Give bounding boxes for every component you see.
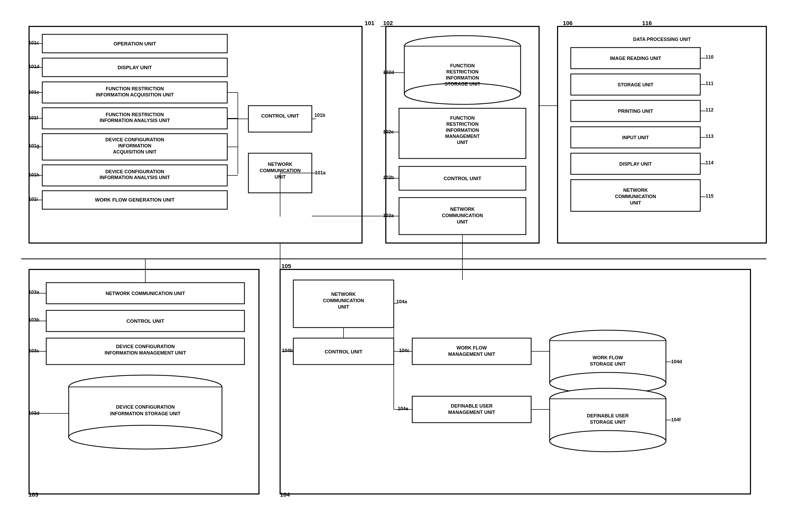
device-config-mgmt-line1: DEVICE CONFIGURATION xyxy=(116,344,175,349)
label-111: 111 xyxy=(706,81,713,86)
label-104e: 104e xyxy=(398,406,408,411)
label-110: 110 xyxy=(706,55,713,60)
network-comm-115-line3: UNIT xyxy=(630,200,641,205)
network-comm-102a-line2: COMMUNICATION xyxy=(442,213,483,218)
label-103b: 103b xyxy=(28,317,39,323)
work-flow-mgmt-line2: MANAGEMENT UNIT xyxy=(448,352,495,357)
network-comm-102a-line3: UNIT xyxy=(457,219,468,225)
label-101d: 101d xyxy=(28,64,39,69)
work-flow-storage-line1: WORK FLOW xyxy=(593,355,623,360)
func-restrict-mgmt-line4: MANAGEMENT xyxy=(445,134,480,139)
func-restrict-acq-text: FUNCTION RESTRICTION xyxy=(106,86,164,91)
network-comm-115-line2: COMMUNICATION xyxy=(615,194,656,199)
storage-unit-111-text: STORAGE UNIT xyxy=(617,82,653,87)
label-103c: 103c xyxy=(28,348,39,353)
network-comm-101a-line2: COMMUNICATION xyxy=(259,168,301,173)
device-config-storage-line2: INFORMATION STORAGE UNIT xyxy=(110,411,180,416)
label-104f: 104f xyxy=(671,417,681,422)
label-101c: 101c xyxy=(28,40,39,45)
definable-user-mgmt-line1: DEFINABLE USER xyxy=(451,403,493,409)
svg-rect-75 xyxy=(293,280,394,328)
network-comm-104a-line1: NETWORK xyxy=(331,292,356,297)
device-config-acq-text: DEVICE CONFIGURATION xyxy=(105,137,164,142)
label-102: 102 xyxy=(383,20,393,26)
svg-rect-22 xyxy=(249,106,312,132)
func-restrict-storage-line1: FUNCTION xyxy=(450,63,475,68)
definable-user-storage-line1: DEFINABLE USER xyxy=(587,413,629,418)
control-unit-103b-text: CONTROL UNIT xyxy=(126,318,164,324)
device-config-storage-line1: DEVICE CONFIGURATION xyxy=(116,404,175,410)
control-unit-102b-text: CONTROL UNIT xyxy=(444,176,481,181)
definable-user-mgmt-line2: MANAGEMENT UNIT xyxy=(448,410,495,415)
svg-text:INFORMATION ACQUISITION UNIT: INFORMATION ACQUISITION UNIT xyxy=(96,92,174,98)
network-comm-102a-line1: NETWORK xyxy=(450,207,475,212)
device-config-analysis-text: DEVICE CONFIGURATION xyxy=(105,169,164,174)
network-comm-115-line1: NETWORK xyxy=(623,187,648,193)
data-processing-text: DATA PROCESSING UNIT xyxy=(633,37,691,42)
operation-unit-text: OPERATION UNIT xyxy=(113,41,156,46)
svg-rect-91 xyxy=(550,399,665,409)
label-112: 112 xyxy=(706,107,713,112)
func-restrict-storage-line2: RESTRICTION xyxy=(446,69,478,75)
network-comm-103a-text: NETWORK COMMUNICATION UNIT xyxy=(106,291,185,296)
label-106: 106 xyxy=(563,20,573,26)
label-116: 116 xyxy=(642,20,652,26)
label-101b: 101b xyxy=(314,112,325,118)
device-config-mgmt-line2: INFORMATION MANAGEMENT UNIT xyxy=(105,350,186,355)
svg-point-71 xyxy=(69,425,222,449)
network-comm-104a-line2: COMMUNICATION xyxy=(323,298,364,303)
display-unit-114-text: DISPLAY UNIT xyxy=(619,161,652,167)
control-unit-101b-text: CONTROL UNIT xyxy=(261,113,299,119)
work-flow-mgmt-line1: WORK FLOW xyxy=(457,345,487,350)
label-102a: 102a xyxy=(383,213,394,218)
func-restrict-mgmt-line2: RESTRICTION xyxy=(446,122,478,127)
func-restrict-analysis-text: FUNCTION RESTRICTION xyxy=(106,112,164,117)
input-unit-text: INPUT UNIT xyxy=(622,135,649,140)
svg-text:INFORMATION: INFORMATION xyxy=(118,143,152,148)
func-restrict-storage-line4: STORAGE UNIT xyxy=(445,81,480,87)
label-101a: 101a xyxy=(315,170,326,176)
image-reading-text: IMAGE READING UNIT xyxy=(610,56,661,61)
svg-rect-40 xyxy=(405,46,520,57)
network-comm-101a-line1: NETWORK xyxy=(268,162,293,167)
label-104d: 104d xyxy=(671,359,682,364)
func-restrict-mgmt-line5: UNIT xyxy=(457,140,468,145)
display-unit-101d-text: DISPLAY UNIT xyxy=(118,65,152,70)
work-flow-storage-line2: STORAGE UNIT xyxy=(590,361,626,367)
label-101i: 101i xyxy=(28,197,38,202)
label-101f: 101f xyxy=(28,115,38,120)
label-102b: 102b xyxy=(383,175,394,180)
svg-rect-79 xyxy=(412,338,531,365)
func-restrict-mgmt-line3: INFORMATION xyxy=(446,128,479,133)
svg-rect-86 xyxy=(412,396,531,423)
label-101g: 101g xyxy=(28,143,39,148)
label-105: 105 xyxy=(281,263,291,269)
svg-text:ACQUISITION UNIT: ACQUISITION UNIT xyxy=(113,149,157,155)
svg-rect-84 xyxy=(550,341,665,351)
label-113: 113 xyxy=(706,134,713,139)
svg-text:INFORMATION ANALYSIS UNIT: INFORMATION ANALYSIS UNIT xyxy=(100,175,170,180)
work-flow-gen-text: WORK FLOW GENERATION UNIT xyxy=(95,197,175,203)
func-restrict-storage-line3: INFORMATION xyxy=(446,75,479,81)
svg-text:INFORMATION ANALYSIS UNIT: INFORMATION ANALYSIS UNIT xyxy=(100,118,170,123)
svg-point-90 xyxy=(550,431,666,452)
label-103: 103 xyxy=(28,491,38,498)
label-114: 114 xyxy=(706,160,713,165)
label-104a: 104a xyxy=(396,299,407,304)
label-103a: 103a xyxy=(28,289,39,295)
label-115: 115 xyxy=(706,193,713,199)
control-unit-104b-text: CONTROL UNIT xyxy=(324,349,362,354)
label-104: 104 xyxy=(280,491,290,498)
svg-rect-72 xyxy=(70,387,221,398)
func-restrict-mgmt-line1: FUNCTION xyxy=(450,116,475,121)
definable-user-storage-line2: STORAGE UNIT xyxy=(590,420,626,425)
label-101h: 101h xyxy=(28,172,39,178)
label-104c: 104c xyxy=(399,348,410,353)
printing-unit-text: PRINTING UNIT xyxy=(618,108,653,114)
label-104b: 104b xyxy=(282,348,293,353)
network-comm-104a-line3: UNIT xyxy=(338,304,349,310)
label-101: 101 xyxy=(365,20,374,26)
